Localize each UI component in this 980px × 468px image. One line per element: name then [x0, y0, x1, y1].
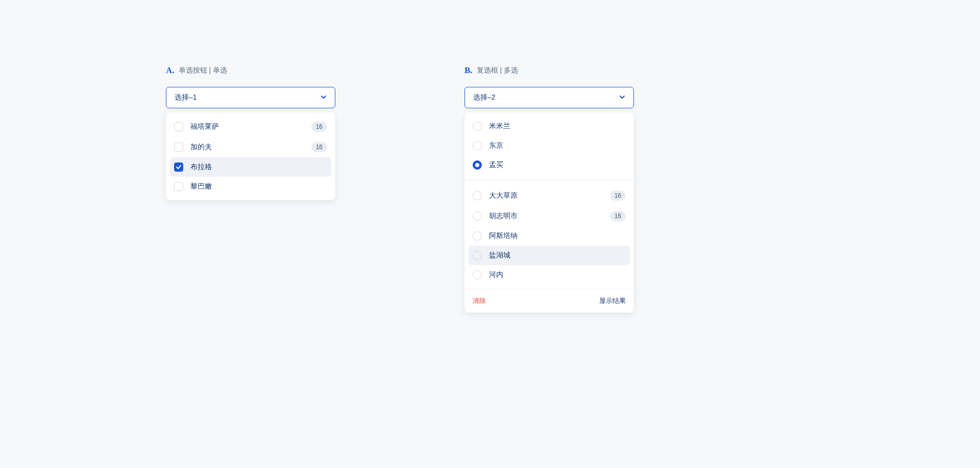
select-placeholder-a: 选择–1 [175, 93, 197, 102]
radio-icon[interactable] [473, 122, 482, 131]
select-placeholder-b: 选择–2 [473, 93, 496, 102]
group-divider [464, 180, 634, 180]
option-item[interactable]: 阿斯塔纳 [469, 226, 630, 246]
option-left: 加的夫 [174, 143, 212, 152]
option-left: 福塔莱萨 [174, 122, 219, 131]
option-label: 大大草原 [489, 191, 518, 200]
radio-icon[interactable] [473, 270, 482, 279]
section-a-letter: A. [166, 65, 175, 76]
option-left: 黎巴嫩 [174, 182, 212, 191]
option-item[interactable]: 黎巴嫩 [170, 177, 331, 196]
section-b-header: B. 复选框 | 多选 [464, 65, 634, 76]
option-item[interactable]: 河内 [469, 265, 630, 285]
count-badge: 16 [311, 142, 327, 152]
option-left: 东京 [473, 141, 503, 150]
option-item[interactable]: 胡志明市16 [469, 206, 630, 226]
option-item[interactable]: 东京 [469, 136, 630, 155]
checkbox-icon[interactable] [174, 122, 183, 131]
option-left: 阿斯塔纳 [473, 231, 518, 241]
clear-button[interactable]: 清除 [473, 296, 486, 306]
dropdown-panel-b: 米米兰东京孟买 大大草原16胡志明市16阿斯塔纳盐湖城河内 清除 显示结果 [464, 112, 634, 313]
show-result-button[interactable]: 显示结果 [599, 296, 626, 306]
dropdown-panel-a: 福塔莱萨16加的夫16布拉格黎巴嫩 [166, 112, 335, 200]
radio-icon[interactable] [473, 231, 482, 241]
section-b-letter: B. [464, 65, 473, 76]
option-left: 米米兰 [473, 122, 510, 131]
option-label: 加的夫 [190, 143, 212, 152]
radio-icon[interactable] [473, 251, 482, 260]
option-left: 盐湖城 [473, 251, 510, 260]
option-label: 福塔莱萨 [190, 122, 219, 131]
checkbox-icon[interactable] [174, 182, 183, 191]
option-item[interactable]: 盐湖城 [469, 246, 630, 265]
count-badge: 16 [610, 191, 626, 201]
chevron-down-icon [619, 93, 625, 102]
radio-icon[interactable] [473, 160, 482, 170]
checkbox-icon[interactable] [174, 143, 183, 152]
option-item[interactable]: 布拉格 [170, 157, 331, 177]
radio-icon[interactable] [473, 191, 482, 200]
option-label: 米米兰 [489, 122, 510, 131]
option-item[interactable]: 加的夫16 [170, 137, 331, 157]
chevron-down-icon [321, 93, 327, 102]
option-left: 胡志明市 [473, 212, 518, 221]
option-item[interactable]: 大大草原16 [469, 185, 630, 206]
radio-icon[interactable] [473, 141, 482, 150]
option-left: 布拉格 [174, 162, 212, 172]
option-item[interactable]: 米米兰 [469, 116, 630, 136]
count-badge: 16 [311, 122, 327, 132]
section-b: B. 复选框 | 多选 选择–2 米米兰东京孟买 大大草原16胡志明市16阿斯塔… [464, 65, 634, 313]
section-b-title: 复选框 | 多选 [477, 66, 518, 75]
option-label: 黎巴嫩 [190, 182, 212, 191]
option-item[interactable]: 孟买 [469, 155, 630, 175]
option-label: 阿斯塔纳 [489, 231, 518, 241]
option-label: 胡志明市 [489, 212, 518, 221]
dropdown-footer: 清除 显示结果 [464, 289, 634, 313]
option-left: 河内 [473, 270, 503, 279]
option-label: 孟买 [489, 160, 503, 170]
option-item[interactable]: 福塔莱萨16 [170, 116, 331, 137]
radio-icon[interactable] [473, 212, 482, 221]
option-list-b-group1: 米米兰东京孟买 [464, 112, 634, 179]
option-label: 河内 [489, 270, 503, 279]
option-left: 大大草原 [473, 191, 518, 200]
option-list-a: 福塔莱萨16加的夫16布拉格黎巴嫩 [166, 112, 335, 200]
section-a-title: 单选按钮 | 单选 [179, 66, 227, 75]
option-label: 布拉格 [190, 162, 212, 172]
option-label: 东京 [489, 141, 503, 150]
option-left: 孟买 [473, 160, 503, 170]
option-label: 盐湖城 [489, 251, 510, 260]
select-trigger-a[interactable]: 选择–1 [166, 87, 335, 108]
section-a: A. 单选按钮 | 单选 选择–1 福塔莱萨16加的夫16布拉格黎巴嫩 [166, 65, 335, 200]
checkbox-icon[interactable] [174, 162, 183, 172]
section-a-header: A. 单选按钮 | 单选 [166, 65, 335, 76]
select-trigger-b[interactable]: 选择–2 [464, 87, 634, 108]
count-badge: 16 [610, 211, 626, 221]
option-list-b-group2: 大大草原16胡志明市16阿斯塔纳盐湖城河内 [464, 181, 634, 289]
